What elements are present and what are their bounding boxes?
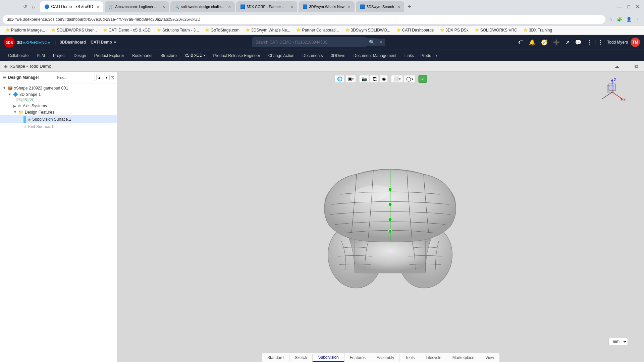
compass-icon[interactable]: 🧭 — [540, 38, 549, 47]
nav-item-collaborate[interactable]: Collaborate — [4, 50, 33, 61]
tree-expand-3dshape[interactable]: ▼ — [8, 93, 12, 96]
sub-icon-xs1[interactable]: xS — [16, 98, 22, 102]
bookmark-solutions-team-c[interactable]: ⭐ CATI Demo - xS & xGD — [100, 27, 153, 33]
profile-button[interactable]: 👤 — [625, 16, 633, 22]
user-avatar[interactable]: TM — [631, 38, 640, 47]
sub-icon-xs2[interactable]: xS — [22, 98, 28, 102]
vp-tab-tools[interactable]: Tools — [400, 354, 420, 362]
back-button[interactable]: ← — [3, 3, 11, 10]
browser-menu-button[interactable]: ⋮ — [634, 16, 641, 22]
tab-6[interactable]: 🟦 3DSwym Search ✕ — [356, 1, 404, 12]
search-dropdown-button[interactable]: ▾ — [377, 39, 385, 46]
nav-item-3ddrive[interactable]: 3DDrive — [327, 50, 349, 61]
tree-expand-axis[interactable]: ▶ — [13, 104, 17, 108]
nav-item-change-action[interactable]: Change Action — [264, 50, 299, 61]
tab-4-close[interactable]: ✕ — [290, 5, 293, 9]
sort-down-button[interactable]: ▼ — [104, 75, 110, 80]
bookmark-3dswym-solid[interactable]: ⭐ 3DSwym SOLIDWO... — [342, 27, 393, 33]
new-tab-button[interactable]: + — [406, 3, 413, 11]
tool-checkmark-button[interactable]: ✓ — [419, 75, 427, 83]
vp-tab-marketplace[interactable]: Marketplace — [447, 354, 480, 362]
filter-button[interactable]: ⧖ — [111, 75, 114, 80]
vp-tab-assembly[interactable]: Assembly — [371, 354, 400, 362]
global-search-input[interactable] — [252, 37, 366, 47]
nav-item-structure[interactable]: Structure — [156, 50, 181, 61]
tree-row-knit-surface[interactable]: ◈ Knit Surface.1 — [0, 123, 117, 130]
tab-4[interactable]: 🟦 3DX CORP - Partner Platform ✕ — [236, 1, 297, 12]
tree-row-3dshape1[interactable]: ▼ 🔷 3D Shape 1 — [0, 91, 117, 98]
address-bar-input[interactable] — [3, 15, 605, 24]
viewport[interactable]: 🌐 ▣ ▾ 📷 🖼 ◉ ⬜ ▾ ◯ ▾ ✓ — [117, 72, 644, 362]
vp-tab-lifecycle[interactable]: Lifecycle — [420, 354, 447, 362]
vp-tab-view[interactable]: View — [480, 354, 499, 362]
bookmark-3dswym-new[interactable]: ⭐ 3DSwym What's Ne... — [243, 27, 293, 33]
unit-dropdown[interactable]: mm — [608, 338, 628, 345]
forward-button[interactable]: → — [12, 3, 20, 10]
share-icon[interactable]: ↗ — [564, 38, 571, 47]
minimize-window-button[interactable]: — — [623, 63, 631, 70]
vp-tab-subdivision[interactable]: Subdivision — [313, 353, 344, 362]
tool-display-button[interactable]: ◯ ▾ — [404, 75, 416, 83]
bookmark-solutions-team-3[interactable]: ⭐ Solutions Team - 3... — [154, 27, 202, 33]
tree-row-design-features[interactable]: ▼ 📁 Design Features — [0, 109, 117, 115]
bookmark-3dx-training[interactable]: ⭐ 3DX Training — [521, 27, 555, 33]
nav-item-design[interactable]: Design — [69, 50, 90, 61]
find-input[interactable] — [55, 74, 95, 81]
nav-item-xs-xgd[interactable]: xS & xGD ▾ — [181, 50, 209, 61]
cloud-save-button[interactable]: ☁ — [612, 63, 621, 70]
maximize-browser-button[interactable]: □ — [626, 3, 632, 10]
bookmark-gotostage[interactable]: ⭐ GoToStage.com — [202, 27, 242, 33]
tab-3-close[interactable]: ✕ — [228, 5, 231, 9]
nav-more-button[interactable]: Produ... › — [418, 53, 440, 58]
tree-row-axis-systems[interactable]: ▶ ⊕ Axis Systems — [0, 103, 117, 109]
bookmark-cati-dashboards[interactable]: ⭐ CATI Dashboards — [394, 27, 436, 33]
messages-icon[interactable]: 💬 — [574, 38, 583, 47]
nav-item-bookmarks[interactable]: Bookmarks — [128, 50, 156, 61]
nav-item-document-management[interactable]: Document Management — [350, 50, 400, 61]
search-button[interactable]: 🔍 — [366, 38, 377, 46]
restore-window-button[interactable]: ⧉ — [633, 63, 640, 70]
tab-5[interactable]: 🟦 3DSwym What's New ✕ — [299, 1, 355, 12]
tab-5-close[interactable]: ✕ — [348, 5, 351, 9]
tool-orbit-button[interactable]: 🌐 — [335, 75, 345, 83]
bookmark-partner-collab[interactable]: ⭐ Partner Collaborati... — [293, 27, 341, 33]
tool-snapshot-button[interactable]: 🖼 — [370, 75, 379, 83]
vp-tab-sketch[interactable]: Sketch — [289, 354, 313, 362]
bookmark-solidworks-vrc[interactable]: ⭐ SOLIDWORKS VRC — [472, 27, 520, 33]
tree-expand-root[interactable]: ▼ — [3, 86, 7, 90]
nav-item-documents[interactable]: Documents — [299, 50, 327, 61]
vp-tab-features[interactable]: Features — [344, 354, 371, 362]
nav-item-product-release-engineer[interactable]: Product Release Engineer — [209, 50, 264, 61]
notification-icon[interactable]: 🔔 — [528, 38, 537, 47]
bookmark-platform-manage[interactable]: ⭐ Platform Manage... — [3, 27, 48, 33]
bookmark-solidworks-user[interactable]: ⭐ SOLIDWORKS User... — [48, 27, 99, 33]
bookmark-page-button[interactable]: ☆ — [607, 16, 614, 22]
tree-row-subdivision[interactable]: ◈ Subdivision Surface.1 — [0, 115, 117, 123]
tenant-dropdown-icon[interactable]: ▾ — [114, 40, 116, 45]
sort-up-button[interactable]: ▲ — [96, 75, 102, 80]
extensions-button[interactable]: 🧩 — [615, 16, 624, 22]
tool-box-button[interactable]: ⬜ ▾ — [391, 75, 403, 83]
tool-camera-button[interactable]: 📷 — [359, 75, 369, 83]
tag-icon[interactable]: 🏷 — [517, 38, 525, 47]
nav-item-product-explorer[interactable]: Product Explorer — [90, 50, 128, 61]
tab-1-close[interactable]: ✕ — [97, 5, 99, 9]
tree-row-root[interactable]: ▼ 📦 xShape 210922 gamepad 001 — [0, 85, 117, 91]
home-button[interactable]: ⌂ — [30, 3, 36, 10]
close-browser-button[interactable]: ✕ — [634, 3, 641, 10]
refresh-button[interactable]: ↺ — [21, 3, 29, 10]
vp-tab-standard[interactable]: Standard — [262, 354, 289, 362]
tool-record-button[interactable]: ◉ — [380, 75, 388, 83]
add-icon[interactable]: ➕ — [552, 38, 561, 47]
tab-6-close[interactable]: ✕ — [397, 5, 400, 9]
tab-1[interactable]: 🔵 CATI Demo - xS & xGD ✕ — [40, 1, 103, 12]
grid-icon[interactable]: ⋮⋮⋮ — [586, 38, 604, 47]
tenant-label[interactable]: CATI Demo — [91, 40, 112, 45]
tab-3[interactable]: 🔍 solidworks design challenges -... ✕ — [170, 1, 235, 12]
tab-2-close[interactable]: ✕ — [162, 5, 165, 9]
tree-expand-features[interactable]: ▼ — [13, 110, 17, 114]
bookmark-3dx-ps[interactable]: ⭐ 3DX PS DSx — [437, 27, 471, 33]
nav-item-project[interactable]: Project — [49, 50, 69, 61]
nav-item-links[interactable]: Links — [400, 50, 418, 61]
sub-icon-xs3[interactable]: xS — [29, 98, 34, 102]
